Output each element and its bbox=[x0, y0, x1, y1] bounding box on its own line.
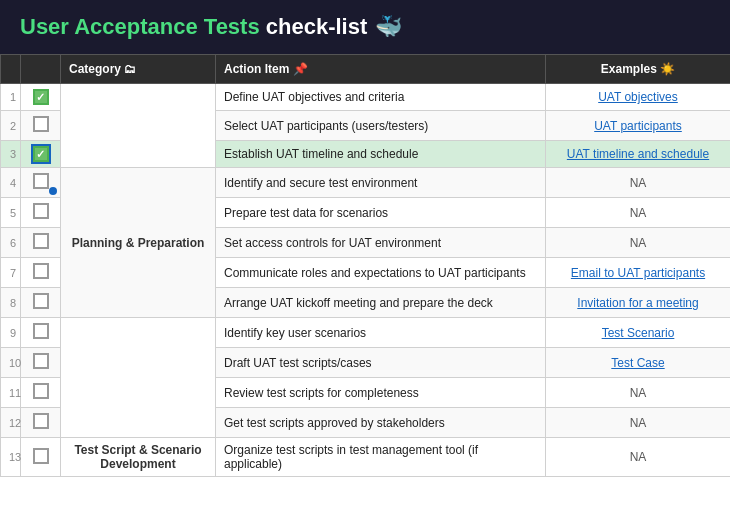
checkbox[interactable] bbox=[33, 293, 49, 309]
example-cell[interactable]: UAT participants bbox=[546, 111, 731, 141]
table-row: 4Planning & PreparationIdentify and secu… bbox=[1, 168, 731, 198]
action-item: Establish UAT timeline and schedule bbox=[216, 141, 546, 168]
col-examples-header: Examples ☀️ bbox=[546, 55, 731, 84]
col-num-header bbox=[1, 55, 21, 84]
checkbox[interactable] bbox=[33, 89, 49, 105]
table-header-row: Category 🗂 Action Item 📌 Examples ☀️ bbox=[1, 55, 731, 84]
category-cell bbox=[61, 84, 216, 168]
checkbox-cell[interactable] bbox=[21, 348, 61, 378]
checkbox[interactable] bbox=[33, 233, 49, 249]
example-cell[interactable]: Test Scenario bbox=[546, 318, 731, 348]
row-number: 2 bbox=[1, 111, 21, 141]
example-link[interactable]: UAT objectives bbox=[598, 90, 678, 104]
row-number: 1 bbox=[1, 84, 21, 111]
col-action-header: Action Item 📌 bbox=[216, 55, 546, 84]
checkbox-cell[interactable] bbox=[21, 288, 61, 318]
table-row: 1Define UAT objectives and criteriaUAT o… bbox=[1, 84, 731, 111]
action-item: Define UAT objectives and criteria bbox=[216, 84, 546, 111]
checkbox[interactable] bbox=[33, 353, 49, 369]
checkbox-cell[interactable] bbox=[21, 228, 61, 258]
action-item: Set access controls for UAT environment bbox=[216, 228, 546, 258]
checkbox[interactable] bbox=[33, 448, 49, 464]
action-item: Arrange UAT kickoff meeting and prepare … bbox=[216, 288, 546, 318]
example-cell[interactable]: Test Case bbox=[546, 348, 731, 378]
action-item: Identify and secure test environment bbox=[216, 168, 546, 198]
checkbox-cell[interactable] bbox=[21, 168, 61, 198]
action-item: Identify key user scenarios bbox=[216, 318, 546, 348]
checkbox[interactable] bbox=[33, 323, 49, 339]
action-item: Select UAT participants (users/testers) bbox=[216, 111, 546, 141]
example-cell[interactable]: UAT timeline and schedule bbox=[546, 141, 731, 168]
checkbox[interactable] bbox=[33, 383, 49, 399]
table-row: 9Identify key user scenariosTest Scenari… bbox=[1, 318, 731, 348]
example-cell: NA bbox=[546, 438, 731, 477]
col-category-header: Category 🗂 bbox=[61, 55, 216, 84]
example-cell[interactable]: Email to UAT participants bbox=[546, 258, 731, 288]
checkbox[interactable] bbox=[33, 146, 49, 162]
action-item: Communicate roles and expectations to UA… bbox=[216, 258, 546, 288]
row-number: 12 bbox=[1, 408, 21, 438]
checkbox-cell[interactable] bbox=[21, 111, 61, 141]
example-link[interactable]: UAT participants bbox=[594, 119, 682, 133]
row-number: 11 bbox=[1, 378, 21, 408]
page-title: User Acceptance Tests check-list bbox=[20, 14, 367, 40]
checkbox-cell[interactable] bbox=[21, 438, 61, 477]
row-number: 3 bbox=[1, 141, 21, 168]
row-number: 4 bbox=[1, 168, 21, 198]
checkbox-cell[interactable] bbox=[21, 318, 61, 348]
row-number: 7 bbox=[1, 258, 21, 288]
checkbox-cell[interactable] bbox=[21, 258, 61, 288]
checkbox[interactable] bbox=[33, 413, 49, 429]
header-emoji: 🐳 bbox=[375, 14, 402, 40]
checkbox-cell[interactable] bbox=[21, 408, 61, 438]
example-cell: NA bbox=[546, 168, 731, 198]
checkbox[interactable] bbox=[33, 173, 49, 189]
table-row: 13Test Script & Scenario DevelopmentOrga… bbox=[1, 438, 731, 477]
checkbox-cell[interactable] bbox=[21, 141, 61, 168]
checkbox-cell[interactable] bbox=[21, 84, 61, 111]
checkbox-cell[interactable] bbox=[21, 378, 61, 408]
action-item: Draft UAT test scripts/cases bbox=[216, 348, 546, 378]
category-cell bbox=[61, 318, 216, 438]
checklist-table: Category 🗂 Action Item 📌 Examples ☀️ 1De… bbox=[0, 54, 730, 477]
example-cell: NA bbox=[546, 228, 731, 258]
example-cell: NA bbox=[546, 198, 731, 228]
example-cell: NA bbox=[546, 408, 731, 438]
checkbox-cell[interactable] bbox=[21, 198, 61, 228]
row-number: 8 bbox=[1, 288, 21, 318]
category-cell: Test Script & Scenario Development bbox=[61, 438, 216, 477]
action-item: Prepare test data for scenarios bbox=[216, 198, 546, 228]
checkbox[interactable] bbox=[33, 203, 49, 219]
example-link[interactable]: Test Scenario bbox=[602, 326, 675, 340]
example-cell[interactable]: Invitation for a meeting bbox=[546, 288, 731, 318]
row-number: 5 bbox=[1, 198, 21, 228]
example-cell: NA bbox=[546, 378, 731, 408]
action-item: Review test scripts for completeness bbox=[216, 378, 546, 408]
app-header: User Acceptance Tests check-list 🐳 bbox=[0, 0, 730, 54]
cursor-dot bbox=[49, 187, 57, 195]
checkbox[interactable] bbox=[33, 116, 49, 132]
row-number: 6 bbox=[1, 228, 21, 258]
table-wrapper: Category 🗂 Action Item 📌 Examples ☀️ 1De… bbox=[0, 54, 730, 528]
checkbox[interactable] bbox=[33, 263, 49, 279]
action-item: Organize test scripts in test management… bbox=[216, 438, 546, 477]
col-check-header bbox=[21, 55, 61, 84]
example-link[interactable]: Test Case bbox=[611, 356, 664, 370]
example-link[interactable]: Invitation for a meeting bbox=[577, 296, 698, 310]
row-number: 9 bbox=[1, 318, 21, 348]
example-link[interactable]: Email to UAT participants bbox=[571, 266, 705, 280]
category-cell: Planning & Preparation bbox=[61, 168, 216, 318]
example-link[interactable]: UAT timeline and schedule bbox=[567, 147, 709, 161]
row-number: 13 bbox=[1, 438, 21, 477]
row-number: 10 bbox=[1, 348, 21, 378]
action-item: Get test scripts approved by stakeholder… bbox=[216, 408, 546, 438]
example-cell[interactable]: UAT objectives bbox=[546, 84, 731, 111]
